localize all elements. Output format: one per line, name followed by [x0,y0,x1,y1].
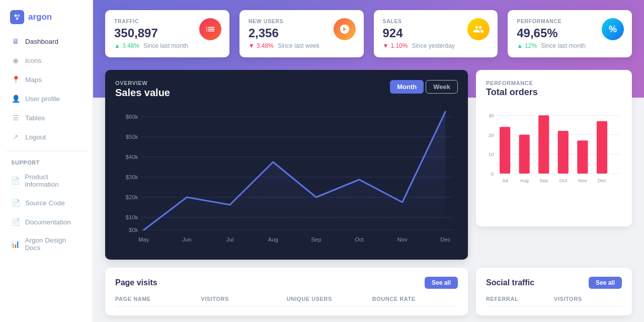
svg-text:$50k: $50k [126,134,138,140]
sidebar-item-source-code[interactable]: 📄 Source Code [6,194,87,212]
svg-rect-40 [558,131,569,174]
sidebar-item-dashboard[interactable]: 🖥 Dashboard [6,32,87,50]
traffic-icon [199,18,221,40]
stat-change-performance: ▲ 12% Since last month [517,42,623,49]
svg-rect-34 [500,127,510,174]
arrow-up-icon: ▲ [517,42,523,49]
arrow-up-icon: ▲ [114,42,120,49]
svg-text:$60k: $60k [126,114,138,120]
sidebar-navigation: 🖥 Dashboard ◉ Icons 📍 Maps 👤 User profil… [0,32,93,322]
page-visits-table-header: PAGE NAME VISITORS UNIQUE USERS BOUNCE R… [115,296,458,306]
col-unique-users: UNIQUE USERS [287,296,372,302]
stat-change-sales: ▼ 1.10% Since yesterday [383,42,489,49]
svg-rect-42 [577,140,588,174]
svg-text:30: 30 [489,113,494,118]
sidebar-logo[interactable]: argon [0,0,93,32]
btn-month[interactable]: Month [390,80,424,94]
col-visitors-social: VISITORS [554,296,622,302]
stat-change-new-users: ▼ 3.48% Since last week [249,42,355,49]
chart-card-header: OVERVIEW Sales value Month Week [115,80,458,99]
stat-change-since: Since last month [541,42,586,49]
right-panel: PERFORMANCE Total orders 30 20 10 0 [476,70,632,260]
svg-point-2 [16,18,19,20]
page-visits-header: Page visits See all [115,277,458,289]
sidebar-item-maps[interactable]: 📍 Maps [6,70,87,89]
svg-text:$0k: $0k [129,227,138,233]
support-section-label: SUPPORT [6,156,87,169]
perf-title: Total orders [486,87,622,98]
user-icon: 👤 [11,94,20,103]
sidebar-item-argon-design-docs[interactable]: 📊 Argon Design Docs [6,232,87,256]
page-visits-see-all[interactable]: See all [425,277,458,289]
svg-rect-38 [538,115,549,174]
sales-line-chart: $60k $50k $40k $30k $20k $10k $0k [115,107,458,250]
svg-text:Nov: Nov [578,178,587,183]
sales-icon [467,18,490,40]
percent-symbol: % [609,24,617,35]
social-traffic-header: Social traffic See all [486,277,622,289]
svg-text:Dec: Dec [440,236,451,243]
svg-text:Oct: Oct [355,236,364,243]
social-traffic-card: Social traffic See all REFERRAL VISITORS [476,268,632,315]
sidebar-item-tables[interactable]: ☰ Tables [6,109,87,127]
svg-text:$40k: $40k [126,154,138,160]
svg-text:Sep: Sep [311,236,321,243]
sidebar-item-label: Documentation [25,218,71,226]
col-bounce-rate: BOUNCE RATE [372,296,458,302]
btn-week[interactable]: Week [426,80,458,94]
sidebar-item-icons[interactable]: ◉ Icons [6,51,87,69]
svg-rect-36 [519,135,530,174]
svg-text:Sep: Sep [539,178,548,183]
col-page-name: PAGE NAME [115,296,201,302]
svg-text:$20k: $20k [126,194,138,200]
arrow-down-icon: ▼ [383,42,389,49]
documentation-icon: 📄 [11,217,20,226]
stat-card-sales: SALES 924 ▼ 1.10% Since yesterday [374,10,498,57]
svg-text:0: 0 [491,171,494,177]
stat-change-pct: 3.48% [257,42,274,49]
logo-text: argon [28,12,52,22]
sidebar-item-label: User profile [25,95,60,103]
svg-text:Aug: Aug [520,178,529,183]
sidebar-item-label: Dashboard [25,38,58,45]
sidebar: argon 🖥 Dashboard ◉ Icons 📍 Maps 👤 User … [0,0,93,322]
col-referral: REFERRAL [486,296,554,302]
social-traffic-see-all[interactable]: See all [589,277,622,289]
stat-card-new-users: NEW USERS 2,356 ▼ 3.48% Since last week [239,10,364,57]
logout-icon: ↗ [11,132,20,141]
bar-chart-svg: 30 20 10 0 Jul Aug Sep [486,104,622,214]
social-traffic-table-header: REFERRAL VISITORS [486,296,622,306]
svg-text:$10k: $10k [126,214,138,220]
perf-label: PERFORMANCE [486,80,622,86]
svg-text:Oct: Oct [559,178,567,183]
content-area: OVERVIEW Sales value Month Week [93,70,644,322]
chart-header-left: OVERVIEW Sales value [115,80,170,99]
new-users-icon [334,18,356,40]
maps-icon: 📍 [11,75,20,84]
dashboard-icon: 🖥 [11,37,20,46]
stat-card-traffic: TRAFFIC 350,897 ▲ 3.48% Since last month [105,10,229,57]
stat-change-since: Since last month [143,42,188,49]
sidebar-item-label: Source Code [25,199,65,207]
icons-icon: ◉ [11,56,20,65]
svg-point-1 [18,15,20,17]
sidebar-item-product-info[interactable]: 📄 Product Information [6,169,87,193]
stat-change-pct: 12% [525,42,537,49]
logo-icon [10,10,24,24]
svg-text:$30k: $30k [126,174,138,180]
stat-card-performance: PERFORMANCE 49,65% ▲ 12% Since last mont… [508,10,632,57]
sidebar-item-label: Tables [25,114,45,122]
sidebar-item-documentation[interactable]: 📄 Documentation [6,213,87,231]
sidebar-item-logout[interactable]: ↗ Logout [6,128,87,146]
social-traffic-title: Social traffic [486,278,534,287]
col-visitors: VISITORS [201,296,286,302]
main-content: TRAFFIC 350,897 ▲ 3.48% Since last month… [93,0,644,322]
svg-text:Jul: Jul [226,236,233,243]
sidebar-item-user-profile[interactable]: 👤 User profile [6,90,87,108]
arrow-down-icon: ▼ [249,42,255,49]
svg-text:May: May [138,236,149,243]
svg-rect-44 [597,121,607,174]
svg-text:Dec: Dec [598,178,606,183]
page-visits-title: Page visits [115,278,157,287]
sales-chart-card: OVERVIEW Sales value Month Week [105,70,468,260]
